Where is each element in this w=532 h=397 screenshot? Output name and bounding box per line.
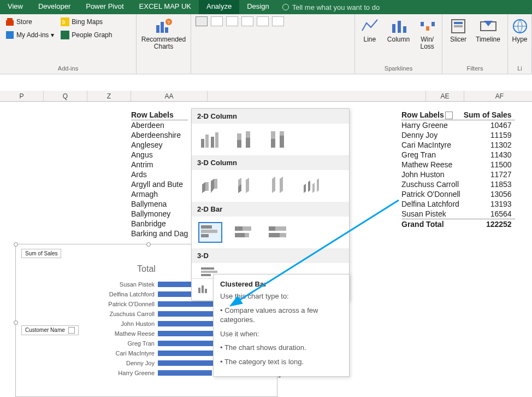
svg-rect-54 — [235, 233, 245, 237]
chevron-down-icon: ▾ — [51, 31, 54, 39]
svg-rect-30 — [246, 138, 250, 148]
svg-marker-38 — [214, 179, 217, 189]
col-header[interactable] — [208, 91, 426, 101]
slicer-button[interactable]: Slicer — [447, 16, 469, 44]
tab-analyze[interactable]: Analyze — [199, 0, 239, 14]
chevron-down-icon[interactable] — [68, 327, 75, 334]
tell-me-search[interactable]: Tell me what you want to do — [277, 0, 385, 14]
100-stacked-bar-option[interactable] — [266, 222, 290, 243]
col-header[interactable]: Z — [87, 91, 131, 101]
3d-100-stacked-column-option[interactable] — [266, 176, 290, 196]
col-header[interactable]: AA — [131, 91, 208, 101]
col-header[interactable]: AE — [426, 91, 464, 101]
pivot-row[interactable]: Aberdeen — [131, 120, 188, 130]
table-row[interactable]: Susan Pistek16564 — [401, 209, 515, 219]
pivot-row[interactable]: Ballymoney — [131, 209, 188, 219]
insert-line-chart-button[interactable] — [226, 16, 238, 26]
pivot-table-regions[interactable]: Row Labels AberdeenAberdeenshireAnglesey… — [131, 110, 188, 238]
pivot-row[interactable]: Antrim — [131, 160, 188, 170]
chart-field-axis[interactable]: Customer Name — [21, 325, 79, 335]
group-addins-label: Add-ins — [4, 65, 132, 73]
pivot-table-sales[interactable]: Row Labels Sum of Sales Harry Greene1046… — [401, 110, 515, 229]
col-header[interactable]: Q — [44, 91, 87, 101]
recommended-charts-button[interactable]: ? Recommended Charts — [139, 16, 188, 51]
tab-view[interactable]: View — [0, 0, 31, 14]
svg-marker-21 — [484, 21, 493, 26]
pivot-row[interactable]: Angus — [131, 150, 188, 160]
insert-combo-button[interactable] — [257, 16, 269, 26]
resize-handle[interactable] — [14, 242, 18, 247]
tab-design[interactable]: Design — [239, 0, 276, 14]
insert-pivotchart-button[interactable] — [272, 16, 284, 26]
col-header[interactable]: AF — [464, 91, 532, 101]
tab-excelmapuk[interactable]: EXCEL MAP UK — [132, 0, 199, 14]
pivot-row[interactable]: Ards — [131, 170, 188, 179]
sparkline-winloss-button[interactable]: Win/ Loss — [416, 16, 438, 51]
tab-developer[interactable]: Developer — [31, 0, 78, 14]
recommended-charts-icon: ? — [155, 17, 173, 35]
table-row[interactable]: Delfina Latchford13193 — [401, 199, 515, 209]
svg-rect-14 — [421, 22, 424, 26]
pivot-row[interactable]: Banbridge — [131, 219, 188, 229]
svg-rect-2 — [6, 31, 14, 39]
svg-marker-42 — [272, 177, 275, 193]
bing-icon: b — [61, 17, 69, 26]
svg-marker-37 — [211, 179, 214, 193]
3d-stacked-column-option[interactable] — [232, 176, 256, 196]
filter-icon[interactable] — [445, 112, 453, 119]
tab-powerpivot[interactable]: Power Pivot — [78, 0, 131, 14]
clustered-column-option[interactable] — [198, 129, 222, 150]
people-graph-button[interactable]: People Graph — [60, 30, 113, 40]
svg-rect-48 — [201, 225, 212, 229]
timeline-button[interactable]: Timeline — [474, 16, 503, 44]
table-row[interactable]: Harry Greene10467 — [401, 120, 515, 131]
resize-handle[interactable] — [14, 320, 18, 325]
pivot-row[interactable]: Armagh — [131, 189, 188, 199]
table-row[interactable]: Cari MacIntyre11302 — [401, 140, 515, 150]
table-row[interactable]: Zuschuss Carroll11853 — [401, 179, 515, 189]
pivot-row[interactable]: Aberdeenshire — [131, 130, 188, 140]
my-addins-button[interactable]: My Add-ins ▾ — [4, 30, 55, 40]
pivot-row[interactable]: Argyll and Bute — [131, 179, 188, 189]
svg-rect-18 — [454, 22, 463, 24]
chart-field-value[interactable]: Sum of Sales — [21, 249, 61, 258]
bing-maps-button[interactable]: b Bing Maps — [60, 16, 113, 27]
column-headers: P Q Z AA AE AF AG — [0, 91, 532, 102]
3d-column-option[interactable] — [300, 176, 324, 196]
store-button[interactable]: Store — [4, 16, 55, 27]
addins-icon — [5, 31, 14, 39]
hyperlink-button[interactable]: Hype — [509, 16, 531, 44]
sparkline-column-button[interactable]: Column — [385, 16, 412, 44]
worksheet[interactable]: 2-D Column 3-D Column 2-D Bar 3-D Cluste — [0, 91, 532, 397]
tell-me-label: Tell me what you want to do — [292, 3, 380, 11]
svg-rect-32 — [271, 139, 275, 148]
100-stacked-column-option[interactable] — [266, 129, 290, 150]
sparkline-line-icon — [361, 17, 379, 35]
insert-map-button[interactable] — [241, 16, 253, 26]
resize-handle[interactable] — [146, 242, 151, 247]
pivot-row[interactable]: Anglesey — [131, 140, 188, 150]
stacked-bar-option[interactable] — [232, 222, 256, 243]
stacked-column-option[interactable] — [232, 129, 256, 150]
table-row[interactable]: John Huston11727 — [401, 170, 515, 179]
pivot-header: Row Labels — [131, 110, 188, 120]
insert-column-chart-button[interactable] — [196, 16, 208, 26]
table-row[interactable]: Mathew Reese11500 — [401, 160, 515, 170]
group-filters-label: Filters — [447, 65, 503, 73]
lightbulb-icon — [282, 4, 289, 10]
table-row[interactable]: Patrick O'Donnell13056 — [401, 189, 515, 199]
insert-bar-chart-button[interactable] — [211, 16, 223, 26]
svg-marker-35 — [202, 182, 205, 193]
3d-clustered-column-option[interactable] — [198, 176, 222, 196]
table-row[interactable]: Greg Tran11430 — [401, 150, 515, 160]
table-row[interactable]: Denny Joy11159 — [401, 130, 515, 140]
pivot-row[interactable]: Ballymena — [131, 199, 188, 209]
svg-rect-19 — [454, 25, 463, 27]
chart-tooltip: Clustered Bar Use this chart type to: • … — [213, 274, 350, 377]
clustered-bar-option[interactable] — [198, 222, 222, 243]
pivot2-header-sum: Sum of Sales — [464, 110, 515, 120]
sparkline-line-button[interactable]: Line — [359, 16, 381, 44]
pivot-row[interactable]: Barking and Dag — [131, 229, 188, 238]
svg-rect-34 — [280, 136, 284, 148]
col-header[interactable]: P — [0, 91, 44, 101]
